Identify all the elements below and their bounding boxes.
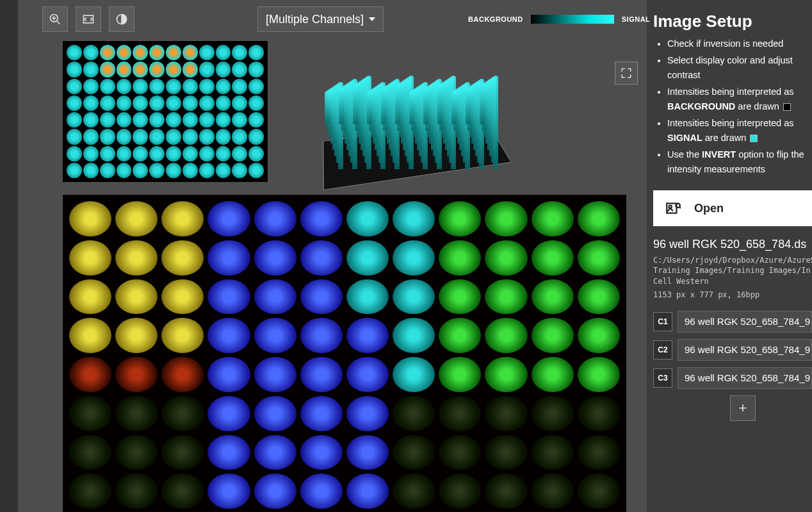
toolbar: [Multiple Channels] BACKGROUND SIGNAL <box>42 6 812 32</box>
instruction-item: Select display color and adjust contrast <box>667 53 812 82</box>
svg-line-9 <box>679 207 681 208</box>
channel-dropdown-label: [Multiple Channels] <box>266 13 364 26</box>
contrast-button[interactable] <box>109 6 134 32</box>
file-path: C:/Users/rjoyd/Dropbox/Azure/AzureSpot T… <box>653 255 812 286</box>
open-button[interactable]: Open <box>653 190 812 226</box>
svg-line-1 <box>57 21 60 24</box>
instruction-item: Use the INVERT option to flip the intens… <box>667 147 812 176</box>
instruction-item: Intensities being interpreted as BACKGRO… <box>667 85 812 113</box>
channel-name[interactable]: 96 well RGK 520_658_784_9 <box>678 311 812 333</box>
file-name: 96 well RGK 520_658_784.ds <box>653 238 812 251</box>
fit-button[interactable] <box>76 6 101 32</box>
swatch-signal <box>750 135 758 142</box>
plus-icon: + <box>739 400 747 417</box>
legend-signal-label: SIGNAL <box>622 15 651 23</box>
channel-row[interactable]: C396 well RGK 520_658_784_9 <box>653 367 812 389</box>
sidebar: Image Setup Check if inversion is needed… <box>647 0 812 512</box>
channel-tag: C2 <box>653 340 672 359</box>
zoom-in-icon <box>49 13 61 26</box>
main-plate-view[interactable] <box>63 195 626 512</box>
image-viewer <box>18 38 647 512</box>
thumbnail-channel-view[interactable] <box>63 41 268 182</box>
thumbnail-3d-view[interactable] <box>306 41 537 182</box>
left-gutter <box>0 0 18 512</box>
open-button-label: Open <box>694 202 724 215</box>
channel-name[interactable]: 96 well RGK 520_658_784_9 <box>678 339 812 361</box>
instruction-item: Intensities being interpreted as SIGNAL … <box>667 116 812 145</box>
contrast-icon <box>115 13 128 26</box>
zoom-button[interactable] <box>42 6 68 32</box>
open-image-icon <box>665 200 681 217</box>
channel-row[interactable]: C296 well RGK 520_658_784_9 <box>653 339 812 361</box>
channel-tag: C3 <box>653 368 672 388</box>
intensity-legend: BACKGROUND SIGNAL <box>468 15 650 24</box>
fit-icon <box>82 13 95 26</box>
swatch-background <box>783 103 791 111</box>
channel-tag: C1 <box>653 312 672 331</box>
file-dimensions: 1153 px x 777 px, 16bpp <box>653 290 812 299</box>
add-channel-button[interactable]: + <box>730 395 756 421</box>
legend-gradient <box>531 15 614 24</box>
channel-name[interactable]: 96 well RGK 520_658_784_9 <box>678 367 812 389</box>
legend-background-label: BACKGROUND <box>468 15 523 23</box>
channel-row[interactable]: C196 well RGK 520_658_784_9 <box>653 311 812 333</box>
instruction-item: Check if inversion is needed <box>667 37 812 51</box>
chevron-down-icon <box>369 17 375 21</box>
setup-instructions: Check if inversion is needed Select disp… <box>653 37 812 176</box>
channel-dropdown[interactable]: [Multiple Channels] <box>257 6 384 32</box>
